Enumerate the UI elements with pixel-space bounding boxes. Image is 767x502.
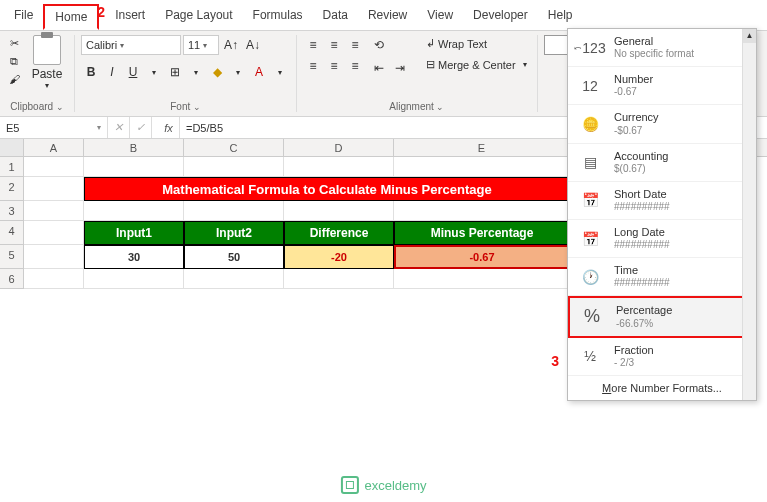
clipboard-icon <box>33 35 61 65</box>
tab-data[interactable]: Data <box>313 4 358 30</box>
paste-button[interactable]: Paste ▾ <box>26 35 68 90</box>
row-header-6[interactable]: 6 <box>0 269 24 289</box>
format-percentage[interactable]: %Percentage-66.67% <box>568 296 756 337</box>
fx-button[interactable]: fx <box>158 117 180 138</box>
exceldemy-logo-icon <box>340 476 358 494</box>
tab-file[interactable]: File <box>4 4 43 30</box>
select-all-corner[interactable] <box>0 139 24 156</box>
format-time[interactable]: 🕐Time########## <box>568 258 756 296</box>
col-header-e[interactable]: E <box>394 139 570 156</box>
number-icon: 12 <box>576 74 604 98</box>
align-middle-icon[interactable]: ≡ <box>324 35 344 55</box>
tab-insert[interactable]: Insert <box>105 4 155 30</box>
cell-d5[interactable]: -20 <box>284 245 394 269</box>
header-difference[interactable]: Difference <box>284 221 394 245</box>
merge-icon: ⊟ <box>426 58 435 71</box>
calendar-icon: 📅 <box>576 188 604 212</box>
cell-e5-selected[interactable]: -0.67 <box>394 245 570 269</box>
title-banner[interactable]: Mathematical Formula to Calculate Minus … <box>84 177 570 201</box>
font-name-combo[interactable]: Calibri▾ <box>81 35 181 55</box>
header-input1[interactable]: Input1 <box>84 221 184 245</box>
annotation-dropdown: 3 <box>551 353 559 369</box>
font-group-label: Font <box>81 99 290 112</box>
format-currency[interactable]: 🪙Currency-$0.67 <box>568 105 756 143</box>
row-header-4[interactable]: 4 <box>0 221 24 245</box>
align-bottom-icon[interactable]: ≡ <box>345 35 365 55</box>
number-format-dropdown: ▲ ⤺123GeneralNo specific format 12Number… <box>567 28 757 401</box>
row-header-5[interactable]: 5 <box>0 245 24 269</box>
ribbon-tabs: File Home 2 Insert Page Layout Formulas … <box>0 0 767 31</box>
format-short-date[interactable]: 📅Short Date########## <box>568 182 756 220</box>
format-general[interactable]: ⤺123GeneralNo specific format <box>568 29 756 67</box>
calendar-icon: 📅 <box>576 227 604 251</box>
paste-label: Paste <box>32 67 63 81</box>
clock-icon: 🕐 <box>576 265 604 289</box>
group-font: Calibri▾ 11▾ A↑ A↓ B I U ▾ ⊞ ▾ ◆ ▾ A ▾ F… <box>75 35 297 112</box>
align-top-icon[interactable]: ≡ <box>303 35 323 55</box>
cancel-icon[interactable]: ✕ <box>108 117 130 138</box>
col-header-b[interactable]: B <box>84 139 184 156</box>
cut-icon[interactable]: ✂ <box>6 35 22 51</box>
bold-button[interactable]: B <box>81 62 101 82</box>
enter-icon[interactable]: ✓ <box>130 117 152 138</box>
decrease-font-icon[interactable]: A↓ <box>243 35 263 55</box>
format-fraction[interactable]: ½Fraction- 2/3 <box>568 338 756 376</box>
col-header-a[interactable]: A <box>24 139 84 156</box>
header-minus-percentage[interactable]: Minus Percentage <box>394 221 570 245</box>
decrease-indent-icon[interactable]: ⇤ <box>369 58 389 78</box>
header-input2[interactable]: Input2 <box>184 221 284 245</box>
tab-page-layout[interactable]: Page Layout <box>155 4 242 30</box>
format-painter-icon[interactable]: 🖌 <box>6 71 22 87</box>
name-box[interactable]: E5▾ <box>0 117 108 138</box>
font-size-combo[interactable]: 11▾ <box>183 35 219 55</box>
fill-color-button[interactable]: ◆ <box>207 62 227 82</box>
scroll-up-icon[interactable]: ▲ <box>743 29 756 43</box>
format-number[interactable]: 12Number-0.67 <box>568 67 756 105</box>
merge-center-button[interactable]: ⊟Merge & Center▾ <box>422 56 531 73</box>
group-alignment: ≡ ≡ ≡ ≡ ≡ ≡ ⟲ ⇤ ⇥ ↲Wrap Text ⊟Merge & Ce… <box>297 35 538 112</box>
align-right-icon[interactable]: ≡ <box>345 56 365 76</box>
tab-review[interactable]: Review <box>358 4 417 30</box>
increase-font-icon[interactable]: A↑ <box>221 35 241 55</box>
format-accounting[interactable]: ▤Accounting$(0.67) <box>568 144 756 182</box>
copy-icon[interactable]: ⧉ <box>6 53 22 69</box>
alignment-group-label: Alignment <box>303 99 531 112</box>
currency-icon: 🪙 <box>576 112 604 136</box>
align-left-icon[interactable]: ≡ <box>303 56 323 76</box>
underline-button[interactable]: U <box>123 62 143 82</box>
wrap-text-button[interactable]: ↲Wrap Text <box>422 35 531 52</box>
percent-icon: % <box>578 305 606 329</box>
cell-c5[interactable]: 50 <box>184 245 284 269</box>
row-header-1[interactable]: 1 <box>0 157 24 177</box>
font-color-button[interactable]: A <box>249 62 269 82</box>
row-header-2[interactable]: 2 <box>0 177 24 201</box>
watermark: exceldemy <box>340 476 426 494</box>
orientation-icon[interactable]: ⟲ <box>369 35 389 55</box>
cell-b5[interactable]: 30 <box>84 245 184 269</box>
clipboard-group-label: Clipboard <box>6 99 68 112</box>
group-clipboard: ✂ ⧉ 🖌 Paste ▾ Clipboard <box>0 35 75 112</box>
general-icon: ⤺123 <box>576 36 604 60</box>
watermark-text: exceldemy <box>364 478 426 493</box>
tab-view[interactable]: View <box>417 4 463 30</box>
tab-help[interactable]: Help <box>538 4 583 30</box>
align-center-icon[interactable]: ≡ <box>324 56 344 76</box>
format-long-date[interactable]: 📅Long Date########## <box>568 220 756 258</box>
fraction-icon: ½ <box>576 344 604 368</box>
border-button[interactable]: ⊞ <box>165 62 185 82</box>
tab-developer[interactable]: Developer <box>463 4 538 30</box>
accounting-icon: ▤ <box>576 150 604 174</box>
col-header-d[interactable]: D <box>284 139 394 156</box>
increase-indent-icon[interactable]: ⇥ <box>390 58 410 78</box>
wrap-text-icon: ↲ <box>426 37 435 50</box>
more-number-formats[interactable]: More Number Formats... <box>568 376 756 400</box>
tab-home[interactable]: Home <box>43 4 99 30</box>
italic-button[interactable]: I <box>102 62 122 82</box>
tab-formulas[interactable]: Formulas <box>243 4 313 30</box>
row-header-3[interactable]: 3 <box>0 201 24 221</box>
col-header-c[interactable]: C <box>184 139 284 156</box>
